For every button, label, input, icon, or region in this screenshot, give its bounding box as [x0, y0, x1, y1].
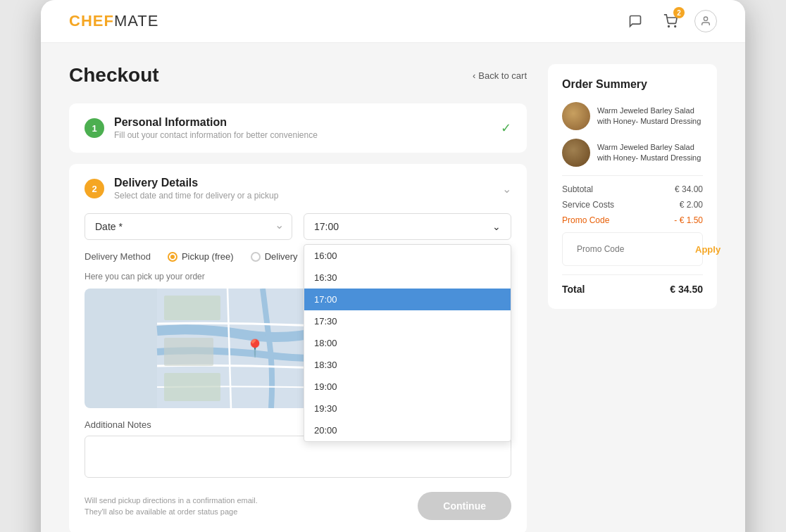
time-option-1700[interactable]: 17:00	[304, 289, 511, 310]
time-option-1630[interactable]: 16:30	[304, 267, 511, 289]
pickup-info-text: Will send pickup directions in a confirm…	[85, 495, 282, 518]
step2-header[interactable]: 2 Delivery Details Select date and time …	[69, 164, 527, 213]
step2-subtitle: Select date and time for delivery or a p…	[114, 191, 278, 201]
step1-title: Personal Information	[114, 116, 318, 129]
date-select[interactable]: Date *	[85, 213, 292, 240]
delivery-method-label: Delivery Method	[85, 251, 151, 262]
svg-point-1	[675, 26, 676, 27]
item-1-image	[562, 102, 590, 130]
service-label: Service Costs	[562, 200, 614, 210]
time-option-1800[interactable]: 18:00	[304, 332, 511, 354]
step2-body: Date * ⌄ 17:00 ⌄ 16:00	[69, 213, 527, 532]
step1-check-icon: ✓	[501, 120, 511, 136]
service-row: Service Costs € 2.00	[562, 200, 703, 210]
order-item-1: Warm Jeweled Barley Salad with Honey- Mu…	[562, 102, 703, 130]
step2-title: Delivery Details	[114, 177, 278, 189]
divider-1	[562, 175, 703, 176]
subtotal-row: Subtotal € 34.00	[562, 184, 703, 194]
subtotal-value: € 34.00	[675, 184, 703, 194]
promo-code-box: Apply	[562, 232, 703, 266]
svg-point-2	[704, 17, 707, 20]
time-select-display[interactable]: 17:00 ⌄	[304, 213, 511, 240]
user-avatar[interactable]	[694, 10, 717, 32]
svg-rect-9	[164, 338, 213, 366]
step2-chevron-icon: ⌄	[502, 182, 511, 196]
step1-subtitle: Fill out your contact information for be…	[114, 130, 318, 140]
cart-icon[interactable]: 2	[659, 10, 682, 32]
page-title: Checkout	[69, 64, 159, 87]
main-content: Checkout ‹ Back to cart 1 Personal Infor…	[41, 43, 745, 532]
pickup-radio-dot	[168, 252, 177, 262]
left-column: Checkout ‹ Back to cart 1 Personal Infor…	[69, 64, 527, 532]
svg-rect-5	[164, 373, 220, 401]
order-summary: Order Summery Warm Jeweled Barley Salad …	[548, 64, 717, 309]
additional-notes-input[interactable]	[85, 436, 511, 478]
delivery-radio-dot	[251, 252, 261, 262]
date-time-row: Date * ⌄ 17:00 ⌄ 16:00	[85, 213, 511, 240]
step1-left: 1 Personal Information Fill out your con…	[85, 116, 318, 140]
step2-section: 2 Delivery Details Select date and time …	[69, 164, 527, 532]
total-value: € 34.50	[670, 284, 703, 295]
promo-code-input[interactable]	[570, 239, 690, 260]
time-option-1900[interactable]: 19:00	[304, 376, 511, 398]
step1-circle: 1	[85, 118, 104, 138]
item-1-name: Warm Jeweled Barley Salad with Honey- Mu…	[597, 106, 703, 127]
time-option-1930[interactable]: 19:30	[304, 398, 511, 419]
bottom-row: Will send pickup directions in a confirm…	[85, 492, 511, 520]
time-group: 17:00 ⌄ 16:00 16:30 17:00 17:30 18:00 18…	[304, 213, 511, 240]
time-option-1600[interactable]: 16:00	[304, 245, 511, 267]
promo-row: Promo Code - € 1.50	[562, 215, 703, 225]
time-selected-value: 17:00	[314, 221, 339, 232]
subtotal-label: Subtotal	[562, 184, 593, 194]
step2-left: 2 Delivery Details Select date and time …	[85, 177, 278, 201]
app-header: CHEFMATE 2	[41, 0, 745, 43]
time-dropdown-popup: 16:00 16:30 17:00 17:30 18:00 18:30 19:0…	[304, 244, 511, 442]
pickup-radio[interactable]: Pickup (free)	[168, 251, 234, 262]
delivery-radio[interactable]: Delivery	[251, 251, 298, 262]
right-column: Order Summery Warm Jeweled Barley Salad …	[548, 64, 717, 532]
logo-chef: CHEF	[69, 12, 114, 30]
svg-point-0	[668, 26, 670, 27]
item-2-image	[562, 139, 590, 167]
total-label: Total	[562, 284, 585, 295]
logo: CHEFMATE	[69, 12, 158, 30]
promo-value: - € 1.50	[674, 215, 703, 225]
svg-rect-4	[164, 296, 220, 320]
back-to-cart-link[interactable]: ‹ Back to cart	[473, 70, 527, 81]
summary-title: Order Summery	[562, 78, 703, 91]
time-option-1730[interactable]: 17:30	[304, 310, 511, 332]
promo-label: Promo Code	[562, 215, 609, 225]
page-header: Checkout ‹ Back to cart	[69, 64, 527, 87]
logo-mate: MATE	[114, 12, 158, 30]
order-item-2: Warm Jeweled Barley Salad with Honey- Mu…	[562, 139, 703, 167]
apply-button[interactable]: Apply	[690, 244, 726, 255]
item-2-name: Warm Jeweled Barley Salad with Honey- Mu…	[597, 142, 703, 164]
chat-icon[interactable]	[624, 10, 647, 32]
step1-section: 1 Personal Information Fill out your con…	[69, 103, 527, 153]
step2-circle: 2	[85, 179, 104, 198]
time-option-1830[interactable]: 18:30	[304, 354, 511, 376]
time-option-2000[interactable]: 20:00	[304, 419, 511, 441]
service-value: € 2.00	[680, 200, 703, 210]
time-arrow-icon: ⌄	[492, 221, 501, 232]
cart-badge: 2	[673, 7, 685, 18]
date-group: Date * ⌄	[85, 213, 292, 240]
map-pin-icon: 📍	[244, 338, 266, 358]
continue-button[interactable]: Continue	[418, 492, 511, 520]
total-row: Total € 34.50	[562, 284, 703, 295]
header-icons: 2	[624, 10, 717, 32]
divider-2	[562, 274, 703, 275]
step1-header[interactable]: 1 Personal Information Fill out your con…	[69, 103, 527, 153]
